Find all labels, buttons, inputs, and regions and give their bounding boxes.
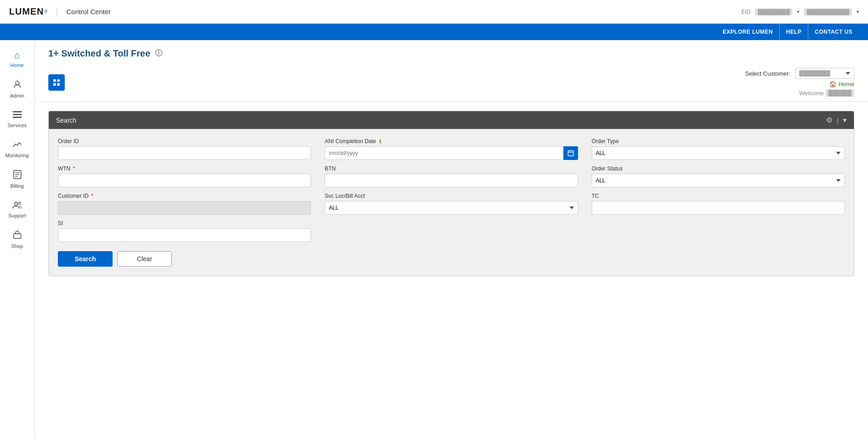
grid-view-button[interactable] <box>48 74 65 91</box>
collapse-icon[interactable]: ▾ <box>843 116 847 124</box>
page-title-bar: 1+ Switched & Toll Free ⓘ <box>35 40 868 63</box>
app-title: Control Center <box>57 8 111 15</box>
ani-info-icon[interactable]: ℹ <box>379 139 381 144</box>
customer-select[interactable]: ████████ <box>795 68 854 79</box>
order-id-input[interactable] <box>58 146 311 160</box>
tc-label: TC <box>592 193 845 199</box>
eid-dropdown-arrow[interactable]: ▾ <box>797 9 799 14</box>
search-col-3: Order Type ALL New Change Disconnect Ord… <box>592 138 845 242</box>
customer-id-input[interactable]: ████████ ████ <box>58 201 311 215</box>
home-link-text: Home <box>838 81 854 88</box>
form-actions: Search Clear <box>58 251 845 267</box>
sidebar: ⌂ Home Admin Services Monitoring Billi <box>0 40 35 438</box>
page-title-text: 1+ Switched & Toll Free <box>48 48 150 59</box>
home-icon: ⌂ <box>14 50 20 61</box>
order-type-select[interactable]: ALL New Change Disconnect <box>592 146 845 160</box>
search-button[interactable]: Search <box>58 251 113 267</box>
svg-rect-10 <box>14 234 21 238</box>
svg-rect-3 <box>13 117 22 118</box>
si-group: SI <box>58 220 311 242</box>
logo-superscript: ® <box>44 9 47 14</box>
top-right-bar: EID █████████ ▾ ████████████ ▾ <box>741 8 859 15</box>
si-input[interactable] <box>58 228 311 242</box>
ani-date-group: ANI Completion Date ℹ <box>325 138 578 160</box>
settings-icon[interactable]: ⚙ <box>826 116 832 124</box>
btn-label: BTN <box>325 165 578 172</box>
sidebar-item-admin[interactable]: Admin <box>0 74 34 105</box>
svg-point-9 <box>18 202 21 204</box>
order-type-group: Order Type ALL New Change Disconnect <box>592 138 845 160</box>
svg-rect-15 <box>568 151 574 156</box>
order-status-group: Order Status ALL Pending Complete In Pro… <box>592 165 845 187</box>
tc-group: TC <box>592 193 845 215</box>
sidebar-label-monitoring: Monitoring <box>5 153 29 159</box>
nav-help[interactable]: HELP <box>779 24 808 40</box>
nav-explore-lumen[interactable]: EXPLORE LUMEN <box>716 24 779 40</box>
search-form: Order ID WTN * Customer I <box>58 138 845 242</box>
divider: | <box>837 117 838 124</box>
main-layout: ⌂ Home Admin Services Monitoring Billi <box>0 40 868 438</box>
search-panel-title: Search <box>56 117 76 124</box>
btn-input[interactable] <box>325 174 578 187</box>
eid-value: █████████ <box>755 8 792 15</box>
date-wrapper <box>325 146 578 160</box>
order-id-label: Order ID <box>58 138 311 144</box>
clear-button[interactable]: Clear <box>117 251 172 267</box>
calendar-button[interactable] <box>563 146 578 160</box>
svg-rect-14 <box>57 83 60 86</box>
svg-rect-12 <box>57 79 60 82</box>
svg-point-8 <box>14 202 17 205</box>
sidebar-item-shop[interactable]: Shop <box>0 225 34 255</box>
sidebar-label-services: Services <box>7 123 26 129</box>
wtn-label: WTN * <box>58 165 311 172</box>
top-header: LUMEN ® Control Center EID █████████ ▾ █… <box>0 0 868 24</box>
customer-id-required-star: * <box>91 193 93 199</box>
svg-point-0 <box>16 81 19 85</box>
shop-icon <box>13 230 22 242</box>
svg-rect-13 <box>53 83 56 86</box>
sidebar-item-billing[interactable]: Billing <box>0 165 34 195</box>
sidebar-label-shop: Shop <box>11 243 23 249</box>
wtn-group: WTN * <box>58 165 311 187</box>
btn-group: BTN <box>325 165 578 187</box>
wtn-input[interactable] <box>58 174 311 187</box>
customer-id-group: Customer ID * ████████ ████ <box>58 193 311 215</box>
welcome-username: ██████ <box>826 89 854 97</box>
logo: LUMEN ® <box>9 6 47 17</box>
sidebar-label-billing: Billing <box>10 183 24 189</box>
billing-icon <box>13 170 21 181</box>
order-status-select[interactable]: ALL Pending Complete In Progress <box>592 174 845 187</box>
nav-contact-us[interactable]: CONTACT US <box>808 24 859 40</box>
eid-label: EID <box>741 9 750 15</box>
svg-rect-11 <box>53 79 56 82</box>
svc-loc-group: Svc Loc/Bill Acct ALL <box>325 193 578 215</box>
welcome-name-row: Welcome ██████ <box>799 89 854 97</box>
sidebar-item-support[interactable]: Support <box>0 195 34 225</box>
sidebar-item-monitoring[interactable]: Monitoring <box>0 135 34 165</box>
home-link[interactable]: 🏠 Home <box>829 81 854 88</box>
sidebar-item-home[interactable]: ⌂ Home <box>0 45 34 74</box>
search-col-1: Order ID WTN * Customer I <box>58 138 311 242</box>
ani-date-input[interactable] <box>325 146 563 160</box>
sidebar-label-admin: Admin <box>10 93 24 99</box>
order-id-group: Order ID <box>58 138 311 160</box>
tc-input[interactable] <box>592 201 845 215</box>
svg-rect-2 <box>13 114 22 115</box>
user-dropdown-arrow[interactable]: ▾ <box>857 9 859 14</box>
welcome-text: Welcome <box>799 90 824 97</box>
customer-id-label: Customer ID * <box>58 193 311 199</box>
content-area: 1+ Switched & Toll Free ⓘ Select Custome… <box>35 40 868 438</box>
customer-selector-row: Select Customer: ████████ <box>745 68 854 79</box>
si-label: SI <box>58 220 311 227</box>
user-value: ████████████ <box>804 8 852 15</box>
services-icon <box>13 110 22 121</box>
help-circle-icon[interactable]: ⓘ <box>155 49 162 58</box>
order-type-label: Order Type <box>592 138 845 144</box>
support-icon <box>12 201 22 211</box>
page-title: 1+ Switched & Toll Free ⓘ <box>48 48 854 59</box>
svc-loc-select[interactable]: ALL <box>325 201 578 215</box>
search-panel-controls: ⚙ | ▾ <box>826 116 847 124</box>
welcome-row: 🏠 Home <box>829 81 854 88</box>
sidebar-item-services[interactable]: Services <box>0 105 34 134</box>
ani-date-label: ANI Completion Date ℹ <box>325 138 578 144</box>
